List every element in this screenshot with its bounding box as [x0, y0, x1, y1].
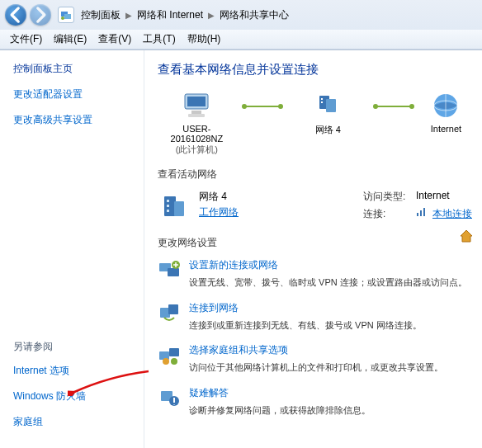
task-title: 选择家庭组和共享选项	[189, 343, 443, 357]
forward-button[interactable]	[30, 4, 51, 26]
main-panel: 查看基本网络信息并设置连接 USER-20161028NZ (此计算机) 网络 …	[144, 50, 482, 448]
home-indicator-icon	[459, 229, 474, 243]
svg-rect-16	[167, 200, 169, 202]
svg-rect-14	[164, 196, 176, 216]
breadcrumb-item[interactable]: 网络和 Internet	[137, 8, 203, 22]
breadcrumb[interactable]: 控制面板 ▶ 网络和 Internet ▶ 网络和共享中心	[81, 8, 289, 22]
back-button[interactable]	[5, 4, 26, 26]
node-sublabel: (此计算机)	[176, 144, 218, 156]
breadcrumb-item[interactable]: 控制面板	[81, 8, 120, 22]
svg-rect-9	[321, 98, 323, 100]
connection-line-icon	[244, 106, 281, 107]
node-network: 网络 4	[289, 91, 367, 136]
node-label: Internet	[431, 124, 461, 134]
signal-icon	[416, 207, 426, 221]
svg-rect-28	[169, 348, 179, 356]
svg-rect-6	[188, 114, 205, 117]
svg-rect-15	[174, 201, 184, 216]
globe-icon	[429, 91, 462, 120]
task-title: 设置新的连接或网络	[189, 258, 467, 272]
svg-point-29	[163, 358, 169, 365]
menu-view[interactable]: 查看(V)	[93, 31, 136, 48]
svg-rect-17	[167, 205, 169, 207]
computer-icon	[180, 91, 213, 120]
sidebar: 控制面板主页 更改适配器设置 更改高级共享设置 另请参阅 Internet 选项…	[0, 50, 144, 448]
network-map: USER-20161028NZ (此计算机) 网络 4 Internet	[158, 91, 472, 156]
svg-point-2	[61, 17, 64, 20]
network-building-icon	[158, 190, 191, 223]
connection-label: 连接:	[363, 207, 409, 221]
svg-rect-21	[423, 208, 425, 216]
task-connect-network[interactable]: 连接到网络 连接到或重新连接到无线、有线、拨号或 VPN 网络连接。	[158, 301, 472, 332]
sidebar-adapter-settings[interactable]: 更改适配器设置	[13, 87, 134, 101]
menu-file[interactable]: 文件(F)	[5, 31, 47, 48]
menu-help[interactable]: 帮助(H)	[182, 31, 226, 48]
setup-connection-icon	[158, 258, 181, 281]
svg-rect-27	[159, 351, 169, 360]
svg-rect-23	[168, 268, 179, 276]
svg-point-30	[171, 358, 177, 365]
troubleshoot-icon	[158, 386, 181, 409]
sidebar-internet-options[interactable]: Internet 选项	[13, 364, 134, 378]
breadcrumb-item[interactable]: 网络和共享中心	[220, 8, 289, 22]
svg-rect-19	[417, 213, 418, 216]
sidebar-windows-firewall[interactable]: Windows 防火墙	[13, 389, 134, 403]
page-title: 查看基本网络信息并设置连接	[158, 62, 472, 78]
svg-rect-10	[321, 101, 323, 103]
tasks-list: 设置新的连接或网络 设置无线、宽带、拨号、临时或 VPN 连接；或设置路由器或访…	[158, 258, 472, 417]
connection-link[interactable]: 本地连接	[432, 207, 472, 221]
svg-rect-5	[191, 111, 201, 114]
svg-rect-1	[64, 14, 71, 19]
connection-line-icon	[376, 106, 412, 107]
sidebar-seealso-heading: 另请参阅	[13, 340, 134, 354]
change-settings-heading: 更改网络设置	[158, 236, 472, 250]
svg-rect-8	[326, 99, 336, 112]
node-label: 网络 4	[315, 124, 341, 136]
task-desc: 访问位于其他网络计算机上的文件和打印机，或更改共享设置。	[189, 361, 443, 375]
window-chrome: 控制面板 ▶ 网络和 Internet ▶ 网络和共享中心 文件(F) 编辑(E…	[0, 0, 482, 50]
task-troubleshoot[interactable]: 疑难解答 诊断并修复网络问题，或获得故障排除信息。	[158, 386, 472, 417]
active-network-row: 网络 4 工作网络 访问类型: Internet 连接: 本地连接	[158, 190, 472, 224]
node-internet: Internet	[420, 91, 472, 134]
svg-rect-18	[167, 210, 169, 212]
svg-rect-26	[168, 304, 178, 314]
active-network-type-link[interactable]: 工作网络	[199, 206, 239, 218]
menu-edit[interactable]: 编辑(E)	[49, 31, 92, 48]
task-title: 连接到网络	[189, 301, 422, 315]
node-label: USER-20161028NZ	[158, 124, 236, 144]
task-homegroup-sharing[interactable]: 选择家庭组和共享选项 访问位于其他网络计算机上的文件和打印机，或更改共享设置。	[158, 343, 472, 375]
network-center-icon	[58, 7, 74, 23]
sidebar-homegroup[interactable]: 家庭组	[13, 415, 134, 429]
menu-tools[interactable]: 工具(T)	[138, 31, 180, 48]
chevron-right-icon: ▶	[125, 11, 132, 20]
content-area: 控制面板主页 更改适配器设置 更改高级共享设置 另请参阅 Internet 选项…	[0, 50, 482, 448]
sidebar-advanced-sharing[interactable]: 更改高级共享设置	[13, 113, 134, 127]
menu-bar: 文件(F) 编辑(E) 查看(V) 工具(T) 帮助(H)	[0, 30, 482, 50]
access-type-value: Internet	[416, 190, 450, 204]
chevron-right-icon: ▶	[208, 11, 215, 20]
nav-toolbar: 控制面板 ▶ 网络和 Internet ▶ 网络和共享中心	[0, 0, 482, 30]
svg-rect-20	[420, 210, 422, 216]
homegroup-icon	[158, 343, 181, 366]
active-networks-heading: 查看活动网络	[158, 167, 472, 182]
task-desc: 诊断并修复网络问题，或获得故障排除信息。	[189, 403, 371, 417]
node-this-pc: USER-20161028NZ (此计算机)	[158, 91, 236, 156]
network-icon	[311, 91, 344, 120]
task-desc: 连接到或重新连接到无线、有线、拨号或 VPN 网络连接。	[189, 318, 422, 332]
access-type-label: 访问类型:	[363, 190, 409, 204]
svg-rect-4	[187, 97, 206, 106]
connect-network-icon	[158, 301, 181, 324]
sidebar-home[interactable]: 控制面板主页	[13, 62, 134, 76]
task-desc: 设置无线、宽带、拨号、临时或 VPN 连接；或设置路由器或访问点。	[189, 276, 467, 290]
task-title: 疑难解答	[189, 386, 371, 400]
active-network-name: 网络 4	[199, 190, 355, 204]
task-setup-connection[interactable]: 设置新的连接或网络 设置无线、宽带、拨号、临时或 VPN 连接；或设置路由器或访…	[158, 258, 472, 290]
